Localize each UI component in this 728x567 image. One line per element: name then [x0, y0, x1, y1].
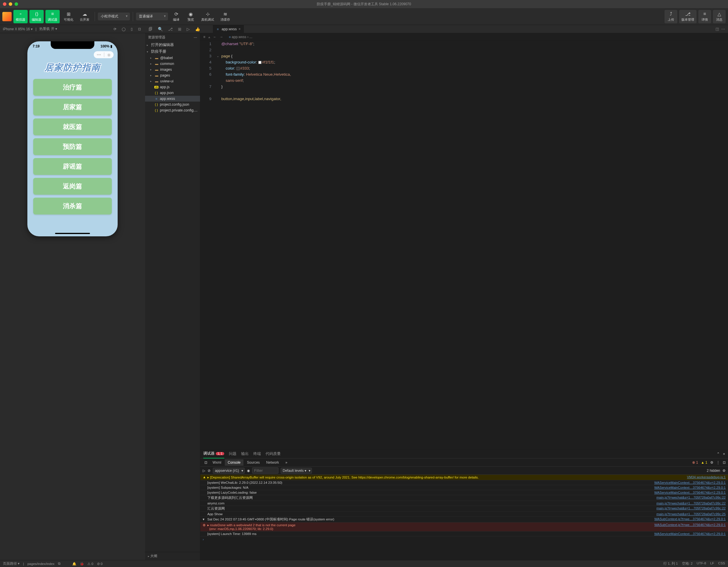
- console-row[interactable]: ▲▸ [Deprecation] SharedArrayBuffer will …: [200, 475, 728, 480]
- tree-file-json[interactable]: { }project.private.config....: [145, 107, 200, 113]
- gear-icon[interactable]: ⚙: [722, 469, 726, 473]
- page-path[interactable]: pages/index/index: [27, 562, 54, 566]
- mode-select[interactable]: 小程序模式: [98, 13, 130, 20]
- explorer-more-icon[interactable]: ⋯: [194, 36, 197, 40]
- menu-btn[interactable]: 预防篇: [33, 138, 112, 155]
- preview-btn[interactable]: ◉预览: [184, 10, 197, 23]
- devtools-sources[interactable]: Sources: [244, 459, 263, 466]
- menu-btn[interactable]: 治疗篇: [33, 79, 112, 96]
- bookmark-icon[interactable]: ⟁: [208, 35, 210, 39]
- indent-setting[interactable]: 空格: 2: [682, 561, 693, 566]
- console-source-link[interactable]: main.js?t=wechat&s=1…705f728a0af7c99c:25: [656, 512, 726, 516]
- context-select[interactable]: appservice (#1): [213, 468, 245, 474]
- device-select[interactable]: iPhone X 85% 16 ▾: [3, 27, 33, 31]
- status-errors[interactable]: ⊘ 0: [97, 562, 103, 566]
- status-warnings[interactable]: ⚠ 0: [87, 562, 93, 566]
- user-avatar[interactable]: [2, 12, 12, 21]
- bell-icon[interactable]: 🔔: [72, 562, 76, 566]
- console-row[interactable]: 下载更多源码就到汇云资源网main.js?t=wechat&s=1…705f72…: [200, 495, 728, 501]
- console-row[interactable]: App Showmain.js?t=wechat&s=1…705f728a0af…: [200, 512, 728, 517]
- nav-fwd-icon[interactable]: →: [220, 35, 223, 39]
- console-source-link[interactable]: WAServiceMainContext…37564674&v=2.29.0:1: [654, 481, 726, 484]
- tree-file-wxss[interactable]: ≡app.wxss: [145, 96, 200, 102]
- close-tab-icon[interactable]: ×: [238, 27, 241, 31]
- console-row[interactable]: [system] LazyCodeLoading: falseWAService…: [200, 490, 728, 495]
- upload-btn[interactable]: ⤴上传: [665, 10, 677, 23]
- clear-cache-btn[interactable]: ≋清缓存: [218, 10, 232, 23]
- console-source-link[interactable]: main.js?t=wechat&s=1…705f728a0af7c99c:22: [656, 506, 726, 511]
- console-prompt[interactable]: ›: [200, 536, 728, 542]
- page-path-label[interactable]: 页面路径 ▾: [3, 561, 20, 566]
- window-maximize-btn[interactable]: [15, 2, 18, 6]
- tree-folder[interactable]: ▸▬pages: [145, 73, 200, 78]
- visualize-btn[interactable]: ⊞可视化: [61, 10, 76, 23]
- menu-btn[interactable]: 辟谣篇: [33, 158, 112, 175]
- source-control-icon[interactable]: ⎇: [167, 26, 174, 32]
- devtools-network[interactable]: Network: [263, 459, 282, 466]
- device-icon[interactable]: ▯: [130, 27, 134, 32]
- compile-btn[interactable]: ⟳编译: [170, 10, 183, 23]
- outline-section[interactable]: ▸ 大纲: [145, 552, 200, 560]
- console-row[interactable]: [system] Subpackages: N/AWAServiceMainCo…: [200, 485, 728, 490]
- capsule-close-icon[interactable]: ◉: [107, 52, 111, 57]
- tree-folder[interactable]: ▸▬images: [145, 67, 200, 73]
- cursor-position[interactable]: 行 1, 列 1: [663, 561, 678, 566]
- console-source-link[interactable]: WASubContext.js?t=we…37564674&v=2.29.0:1: [654, 517, 726, 522]
- tree-file-json[interactable]: { }app.json: [145, 90, 200, 96]
- compile-select[interactable]: 普通编译: [136, 13, 168, 20]
- encoding[interactable]: UTF-8: [697, 561, 706, 566]
- split-editor-icon[interactable]: ◫: [715, 27, 719, 31]
- toggle-sidebar-icon[interactable]: ≡: [203, 35, 205, 39]
- window-minimize-btn[interactable]: [9, 2, 12, 6]
- inspect-icon[interactable]: ⊡: [203, 460, 209, 464]
- open-editors-section[interactable]: ▸打开的编辑器: [145, 42, 200, 48]
- console-row[interactable]: ▾Sat Dec 24 2022 07:19:45 GMT+0800 (中国标准…: [200, 517, 728, 522]
- remote-debug-btn[interactable]: ⊹真机调试: [199, 10, 216, 23]
- console-output[interactable]: ▲▸ [Deprecation] SharedArrayBuffer will …: [200, 475, 728, 560]
- console-source-link[interactable]: WAServiceMainContext…37564674&v=2.29.0:1: [654, 491, 726, 494]
- filter-input[interactable]: [252, 467, 278, 474]
- eye-icon[interactable]: ◉: [247, 469, 250, 473]
- tree-folder[interactable]: ▸▬common: [145, 61, 200, 67]
- console-source-link[interactable]: WASubContext.js?t=we…37564674&v=2.29.0:1: [654, 523, 726, 531]
- console-row[interactable]: ⊗▸ routeDone with a webviewId 2 that is …: [200, 522, 728, 531]
- tab-quality[interactable]: 代码质量: [266, 450, 281, 458]
- version-btn[interactable]: ⎇版本管理: [679, 10, 697, 23]
- console-row[interactable]: 汇云资源网main.js?t=wechat&s=1…705f728a0af7c9…: [200, 506, 728, 512]
- play-icon[interactable]: ▷: [203, 469, 205, 473]
- tree-file-js[interactable]: JSapp.js: [145, 84, 200, 90]
- tree-file-json[interactable]: { }project.config.json: [145, 102, 200, 107]
- menu-btn[interactable]: 居家篇: [33, 99, 112, 116]
- console-source-link[interactable]: main.js?t=wechat&s=1…705f728a0af7c99c:22: [656, 501, 726, 505]
- console-row[interactable]: airymz.commain.js?t=wechat&s=1…705f728a0…: [200, 501, 728, 506]
- console-source-link[interactable]: VM34 workerasdebug.js:1: [687, 475, 726, 479]
- nav-back-icon[interactable]: ←: [213, 35, 217, 39]
- console-source-link[interactable]: WAServiceMainContext…37564674&v=2.29.0:1: [654, 532, 726, 536]
- tab-debugger[interactable]: 调试器1, 1: [203, 449, 224, 458]
- popout-icon[interactable]: ⊡: [137, 27, 142, 32]
- window-close-btn[interactable]: [3, 2, 6, 6]
- devtools-more[interactable]: »: [282, 459, 290, 466]
- collapse-icon[interactable]: ⌃: [717, 452, 720, 456]
- tab-problems[interactable]: 问题: [229, 450, 236, 458]
- cloud-btn[interactable]: ☁云开发: [77, 10, 92, 23]
- thumbs-icon[interactable]: 👍: [194, 26, 201, 32]
- gear-icon[interactable]: ⚙: [710, 460, 713, 464]
- tab-terminal[interactable]: 终端: [253, 450, 261, 458]
- capsule-menu-icon[interactable]: •••: [97, 52, 101, 57]
- tree-folder[interactable]: ▸▬@babel: [145, 55, 200, 61]
- search-icon[interactable]: 🔍: [157, 26, 164, 32]
- simulator-btn[interactable]: ▫模拟器: [13, 10, 28, 23]
- language[interactable]: CSS: [718, 561, 725, 566]
- close-panel-icon[interactable]: ×: [723, 452, 725, 456]
- code-editor[interactable]: 12345679 ⌄ @charset "UTF-8"; page { back…: [200, 41, 728, 449]
- console-row[interactable]: [system] WeChatLib: 2.29.0 (2022.12.14 2…: [200, 480, 728, 485]
- hot-reload-toggle[interactable]: 热重载 开 ▾: [39, 27, 57, 31]
- tab-output[interactable]: 输出: [241, 450, 249, 458]
- extensions-icon[interactable]: ⊞: [177, 26, 183, 32]
- copy-path-icon[interactable]: ⧉: [58, 562, 61, 566]
- editor-btn[interactable]: ⟨⟩编辑器: [29, 10, 44, 23]
- details-btn[interactable]: ≡详情: [698, 10, 711, 23]
- debugger-btn[interactable]: ≡调试器: [45, 10, 60, 23]
- console-source-link[interactable]: main.js?t=wechat&s=1…705f728a0af7c99c:22: [656, 496, 726, 500]
